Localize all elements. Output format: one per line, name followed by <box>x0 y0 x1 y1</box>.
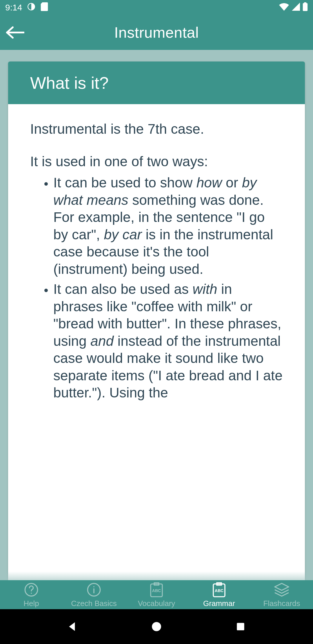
status-time: 9:14 <box>5 3 22 12</box>
sd-card-icon <box>41 2 48 13</box>
back-button[interactable] <box>3 21 27 44</box>
abc-book-icon: ABC <box>211 582 227 598</box>
battery-icon <box>303 2 308 13</box>
list-item: It can be used to show how or by what me… <box>53 174 283 278</box>
help-circle-icon <box>23 582 39 598</box>
nav-label: Vocabulary <box>138 599 175 608</box>
status-right <box>279 2 308 13</box>
wifi-icon <box>279 3 289 13</box>
bottom-nav: Help Czech Basics ABC Vocabulary AB <box>0 580 313 609</box>
system-nav <box>0 609 313 644</box>
svg-text:ABC: ABC <box>215 588 223 593</box>
main-content: What is it? Instrumental is the 7th case… <box>0 50 313 580</box>
svg-rect-15 <box>237 623 244 630</box>
cell-signal-icon <box>292 3 300 13</box>
nav-label: Grammar <box>203 599 235 608</box>
paragraph-1: Instrumental is the 7th case. <box>30 120 283 138</box>
svg-text:ABC: ABC <box>152 588 161 593</box>
svg-marker-13 <box>275 583 289 590</box>
abc-book-icon: ABC <box>148 582 165 598</box>
svg-rect-2 <box>304 2 306 3</box>
usage-list: It can be used to show how or by what me… <box>30 174 283 401</box>
contrast-icon <box>27 3 35 13</box>
nav-label: Czech Basics <box>71 599 117 608</box>
nav-help[interactable]: Help <box>0 580 63 609</box>
status-left: 9:14 <box>5 2 48 13</box>
nav-czech-basics[interactable]: Czech Basics <box>63 580 125 609</box>
nav-vocabulary[interactable]: ABC Vocabulary <box>125 580 188 609</box>
info-card: What is it? Instrumental is the 7th case… <box>8 61 305 580</box>
nav-label: Help <box>23 599 39 608</box>
stack-icon <box>274 582 290 598</box>
nav-grammar[interactable]: ABC Grammar <box>188 580 250 609</box>
page-title: Instrumental <box>27 24 286 41</box>
app-bar: Instrumental <box>0 15 313 50</box>
svg-point-7 <box>93 586 94 587</box>
sys-recent-button[interactable] <box>229 615 252 638</box>
paragraph-2: It is used in one of two ways: <box>30 153 283 170</box>
svg-rect-1 <box>303 3 307 11</box>
svg-point-14 <box>152 622 161 631</box>
nav-flashcards[interactable]: Flashcards <box>250 580 313 609</box>
svg-point-5 <box>31 592 32 594</box>
list-item: It can also be used as with in phrases l… <box>53 281 283 401</box>
card-body: Instrumental is the 7th case. It is used… <box>8 104 305 580</box>
sys-home-button[interactable] <box>145 615 168 638</box>
status-bar: 9:14 <box>0 0 313 15</box>
info-circle-icon <box>86 582 102 598</box>
sys-back-button[interactable] <box>61 615 84 638</box>
card-heading: What is it? <box>8 61 305 104</box>
nav-label: Flashcards <box>263 599 300 608</box>
